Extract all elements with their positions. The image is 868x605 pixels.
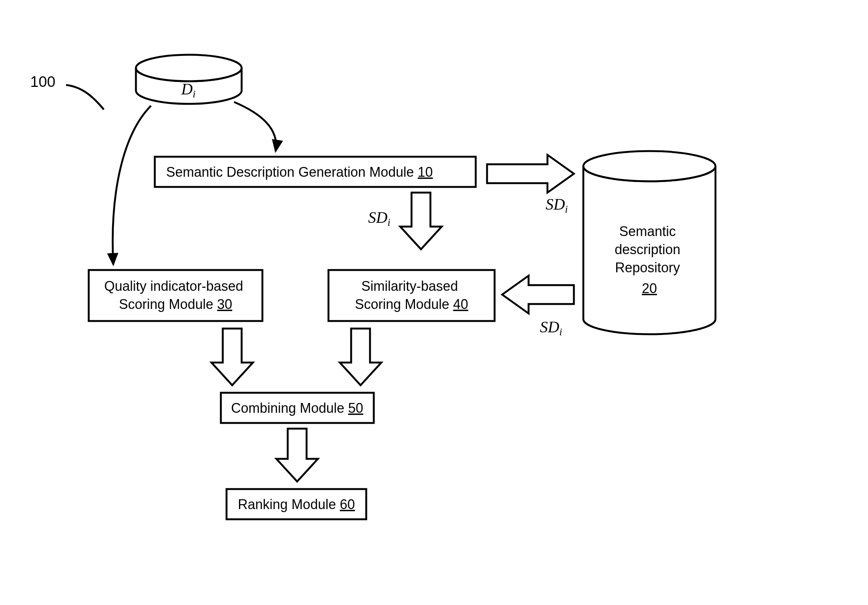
sdi-label-3: SDi — [540, 318, 562, 338]
figure-number-label: 100 — [30, 73, 56, 90]
svg-point-1 — [583, 151, 716, 181]
figure-number-pointer — [66, 85, 104, 110]
svg-point-0 — [136, 55, 242, 81]
block-arrow-semgen-to-repo — [487, 155, 574, 192]
block-arrow-quality-to-combining — [211, 329, 253, 385]
block-arrow-combining-to-ranking — [276, 429, 318, 481]
sdi-label-2: SDi — [546, 195, 568, 215]
semgen-text: Semantic Description Generation Module 1… — [166, 164, 433, 180]
quality-box — [89, 270, 262, 321]
block-arrow-semgen-to-similarity — [400, 192, 442, 249]
block-arrow-similarity-to-combining — [340, 329, 381, 385]
block-arrow-repo-to-similarity — [502, 276, 574, 313]
sdi-label-1: SDi — [368, 209, 391, 228]
combining-text: Combining Module 50 — [231, 400, 363, 416]
arrow-di-to-quality — [113, 106, 151, 264]
arrow-di-to-semgen — [234, 102, 276, 151]
similarity-box — [329, 270, 494, 321]
ranking-text: Ranking Module 60 — [238, 496, 355, 512]
